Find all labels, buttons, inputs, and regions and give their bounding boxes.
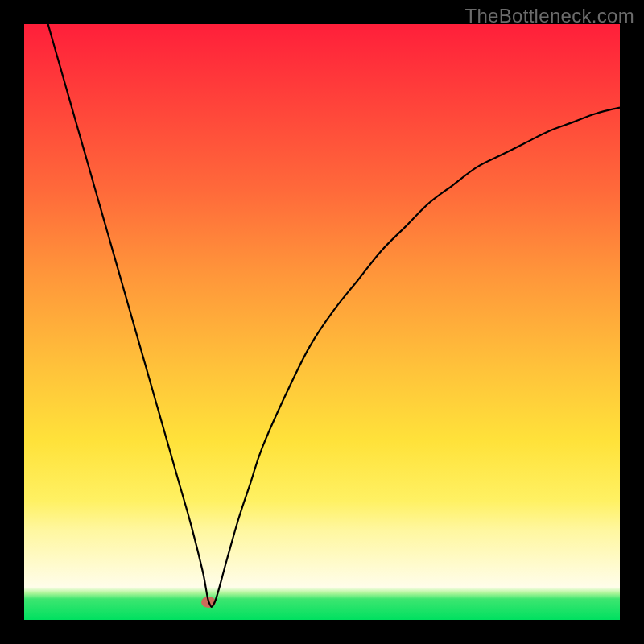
chart-frame: TheBottleneck.com [0, 0, 644, 644]
bottleneck-curve [24, 24, 620, 620]
watermark-text: TheBottleneck.com [464, 5, 634, 27]
plot-area [24, 24, 620, 620]
